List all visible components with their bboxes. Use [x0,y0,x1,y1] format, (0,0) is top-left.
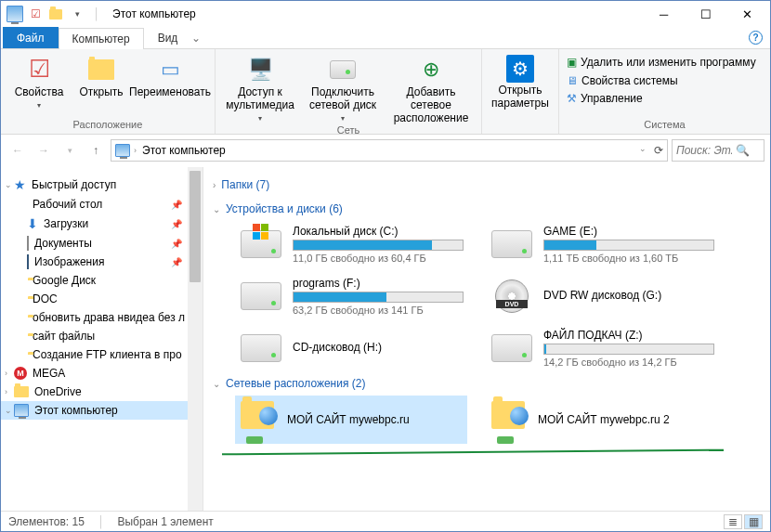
mega-icon: M [14,367,27,380]
address-dropdown-icon[interactable]: ⌄ [637,144,648,157]
sidebar-this-pc[interactable]: ⌄Этот компьютер [1,401,203,420]
section-devices[interactable]: ⌄ Устройства и диски (6) [213,197,761,221]
drive-icon [241,230,281,258]
sidebar-item[interactable]: Документы📌 [1,234,203,253]
navigation-pane: ⌄★Быстрый доступРабочий стол📌⬇Загрузки📌Д… [1,167,203,511]
drive-icon [241,282,281,310]
network-location-item[interactable]: МОЙ САЙТ mywebpc.ru 2 [486,396,718,444]
sidebar-item[interactable]: DOC [1,290,203,308]
view-icons-button[interactable]: ▦ [744,514,763,529]
qat-dropdown-icon[interactable]: ▾ [68,6,85,22]
uninstall-icon: ▣ [567,56,577,71]
star-icon: ★ [14,177,26,192]
address-bar[interactable]: › Этот компьютер ⌄ ⟳ [111,139,668,162]
qat-new-folder-icon[interactable] [47,6,64,22]
drive-item[interactable]: Локальный диск (C:)11,0 ГБ свободно из 6… [235,221,467,267]
system-props-icon: 🖥 [567,74,578,89]
chevron-down-icon: ⌄ [213,204,220,214]
sidebar-scrollbar[interactable] [188,167,203,511]
media-icon: 🖥️ [245,55,275,84]
open-folder-icon [86,55,116,84]
map-drive-icon [328,55,358,84]
recent-dropdown[interactable]: ▾ [59,139,81,162]
maximize-button[interactable]: ☐ [685,1,726,27]
sidebar-item[interactable]: Изображения📌 [1,253,203,271]
drive-item[interactable]: ФАЙЛ ПОДКАЧ (Z:)14,2 ГБ свободно из 14,2… [486,325,718,371]
tab-file[interactable]: Файл [3,27,59,48]
drive-item[interactable]: CD-дисковод (H:) [235,325,467,371]
sidebar-item[interactable]: Рабочий стол📌 [1,195,203,214]
sidebar-mega[interactable]: ›MMEGA [1,364,203,383]
manage-icon: ⚒ [567,92,577,107]
folder-icon [27,255,29,268]
up-button[interactable]: ↑ [85,139,107,162]
search-input[interactable] [676,144,732,157]
tab-view[interactable]: Вид [144,27,192,48]
network-folder-icon [241,401,278,438]
minimize-button[interactable]: ─ [643,1,685,27]
navigation-bar: ← → ▾ ↑ › Этот компьютер ⌄ ⟳ 🔍 [1,135,770,166]
rename-button[interactable]: ▭ Переименовать [131,55,209,99]
pc-icon [7,6,23,22]
system-properties-button[interactable]: 🖥Свойства системы [565,73,758,90]
properties-icon: ☑ [24,55,54,84]
add-network-icon: ⊕ [416,55,446,84]
pc-icon [14,404,29,417]
ribbon-group-settings: ⚙ Открыть параметры [482,49,559,134]
ribbon-collapse-icon[interactable]: ⌄ [191,32,201,45]
view-details-button[interactable]: ≣ [724,514,742,529]
sidebar-item[interactable]: Создание FTP клиента в про [1,345,203,364]
onedrive-icon [14,386,29,397]
help-button[interactable]: ? [749,31,763,45]
add-network-location-button[interactable]: ⊕ Добавить сетевое расположение [386,55,476,124]
folder-icon: ⬇ [27,216,38,231]
close-button[interactable]: ✕ [726,1,768,27]
map-drive-button[interactable]: Подключить сетевой диск▾ [303,55,383,123]
tab-computer[interactable]: Компьютер [59,28,144,49]
qat-properties-icon[interactable]: ☑ [27,6,44,22]
ribbon-group-location: ☑ Свойства ▾ Открыть ▭ Переименовать Рас… [1,49,216,134]
ribbon-group-network: 🖥️ Доступ к мультимедиа▾ Подключить сете… [216,49,482,134]
pc-icon [115,144,130,157]
settings-gear-icon: ⚙ [506,55,534,83]
sidebar-onedrive[interactable]: ›OneDrive [1,383,203,401]
sidebar-item[interactable]: обновить драва нвидеа без л [1,308,203,327]
network-folder-icon [491,401,529,438]
properties-button[interactable]: ☑ Свойства ▾ [7,55,72,110]
content-pane: › Папки (7) ⌄ Устройства и диски (6) Лок… [203,167,770,511]
search-box[interactable]: 🔍 [672,139,764,162]
sidebar-item[interactable]: ⬇Загрузки📌 [1,214,203,234]
status-bar: Элементов: 15 │ Выбран 1 элемент ≣ ▦ [1,511,770,531]
manage-button[interactable]: ⚒Управление [565,91,758,108]
forward-button[interactable]: → [33,139,55,162]
drive-item[interactable]: programs (F:)63,2 ГБ свободно из 141 ГБ [235,273,467,319]
chevron-right-icon: › [213,180,216,190]
dvd-icon: DVD [495,279,529,313]
search-icon: 🔍 [736,144,750,157]
sidebar-quick-access[interactable]: ⌄★Быстрый доступ [1,175,203,195]
open-button[interactable]: Открыть [75,55,127,99]
rename-icon: ▭ [155,55,185,84]
sidebar-item[interactable]: сайт файлы [1,327,203,345]
window-title: Этот компьютер [112,7,196,20]
drive-icon [491,334,532,362]
refresh-button[interactable]: ⟳ [654,144,663,157]
drive-item[interactable]: GAME (E:)1,11 ТБ свободно из 1,60 ТБ [486,221,718,267]
uninstall-program-button[interactable]: ▣Удалить или изменить программу [565,55,758,71]
chevron-down-icon: ⌄ [213,379,220,389]
status-item-count: Элементов: 15 [8,515,85,528]
section-network-locations[interactable]: ⌄ Сетевые расположения (2) [213,371,761,396]
open-settings-button[interactable]: ⚙ Открыть параметры [488,55,553,110]
title-bar: ☑ ▾ │ Этот компьютер ─ ☐ ✕ [1,1,770,27]
breadcrumb-thispc[interactable]: Этот компьютер [142,144,226,157]
drive-item[interactable]: DVDDVD RW дисковод (G:) [486,273,718,319]
quick-access-toolbar: ☑ ▾ │ [3,6,105,22]
breadcrumb-root[interactable]: › [115,144,138,157]
network-location-item[interactable]: МОЙ САЙТ mywebpc.ru [235,396,467,444]
back-button[interactable]: ← [7,139,29,162]
media-access-button[interactable]: 🖥️ Доступ к мультимедиа▾ [221,55,299,123]
sidebar-item[interactable]: Google Диск [1,271,203,290]
section-folders[interactable]: › Папки (7) [213,173,761,197]
ribbon-tabs: Файл Компьютер Вид ⌄ ? [1,27,770,49]
folder-icon [27,237,29,250]
